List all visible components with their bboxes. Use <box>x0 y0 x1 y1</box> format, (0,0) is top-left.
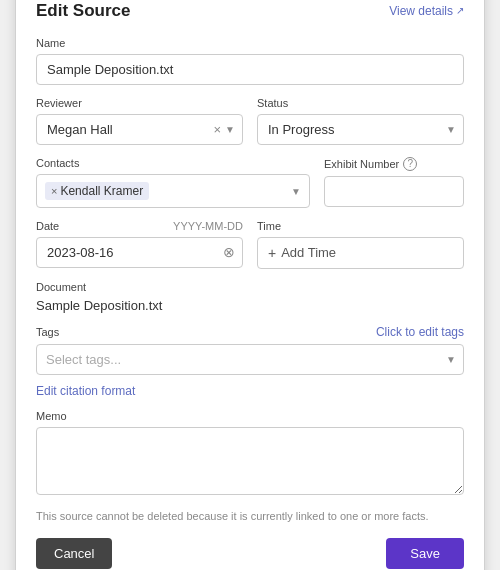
plus-icon: + <box>268 245 276 261</box>
date-label-row: Date YYYY-MM-DD <box>36 220 243 232</box>
tags-header: Tags Click to edit tags <box>36 325 464 339</box>
status-select[interactable]: In Progress <box>257 114 464 145</box>
external-link-icon: ↗ <box>456 5 464 16</box>
memo-textarea[interactable] <box>36 427 464 495</box>
exhibit-label: Exhibit Number <box>324 158 399 170</box>
document-section: Document Sample Deposition.txt <box>36 281 464 313</box>
tags-label: Tags <box>36 326 59 338</box>
tags-select-wrapper: Select tags... ▼ <box>36 344 464 375</box>
reviewer-select-wrapper: Megan Hall × ▼ <box>36 114 243 145</box>
exhibit-label-row: Exhibit Number ? <box>324 157 464 171</box>
footer-buttons: Cancel Save <box>36 538 464 569</box>
status-col: Status In Progress ▼ <box>257 97 464 145</box>
document-label: Document <box>36 281 464 293</box>
contact-chip: × Kendall Kramer <box>45 182 149 200</box>
delete-notice: This source cannot be deleted because it… <box>36 508 464 525</box>
view-details-link[interactable]: View details ↗ <box>389 4 464 18</box>
contacts-label: Contacts <box>36 157 310 169</box>
name-input[interactable] <box>36 54 464 85</box>
document-value: Sample Deposition.txt <box>36 298 162 313</box>
contacts-col: Contacts × Kendall Kramer ▼ <box>36 157 310 208</box>
add-time-button[interactable]: + Add Time <box>257 237 464 269</box>
contacts-exhibit-row: Contacts × Kendall Kramer ▼ Exhibit Numb… <box>36 157 464 208</box>
reviewer-status-row: Reviewer Megan Hall × ▼ Status In Progre… <box>36 97 464 145</box>
reviewer-label: Reviewer <box>36 97 243 109</box>
tags-select[interactable] <box>36 344 464 375</box>
exhibit-number-input[interactable] <box>324 176 464 207</box>
status-select-wrapper: In Progress ▼ <box>257 114 464 145</box>
edit-citation-format-link[interactable]: Edit citation format <box>36 384 135 398</box>
modal-title: Edit Source <box>36 1 130 21</box>
date-clear-icon[interactable]: ⊗ <box>223 244 235 260</box>
status-label: Status <box>257 97 464 109</box>
date-hint: YYYY-MM-DD <box>173 220 243 232</box>
click-to-edit-tags-link[interactable]: Click to edit tags <box>376 325 464 339</box>
exhibit-col: Exhibit Number ? <box>324 157 464 208</box>
date-time-row: Date YYYY-MM-DD ⊗ Time + Add Time <box>36 220 464 269</box>
date-col: Date YYYY-MM-DD ⊗ <box>36 220 243 269</box>
exhibit-help-icon[interactable]: ? <box>403 157 417 171</box>
cancel-button[interactable]: Cancel <box>36 538 112 569</box>
time-label: Time <box>257 220 464 232</box>
contacts-chevron-icon: ▼ <box>291 185 301 196</box>
contact-chip-remove[interactable]: × <box>51 185 57 197</box>
save-button[interactable]: Save <box>386 538 464 569</box>
tags-section: Tags Click to edit tags Select tags... ▼ <box>36 325 464 375</box>
reviewer-col: Reviewer Megan Hall × ▼ <box>36 97 243 145</box>
name-label: Name <box>36 37 464 49</box>
memo-label: Memo <box>36 410 464 422</box>
contacts-multi-select[interactable]: × Kendall Kramer ▼ <box>36 174 310 208</box>
reviewer-clear-icon[interactable]: × <box>213 122 221 137</box>
date-label: Date <box>36 220 59 232</box>
edit-source-modal: Edit Source View details ↗ Name Reviewer… <box>15 0 485 570</box>
date-input[interactable] <box>36 237 243 268</box>
date-input-wrapper: ⊗ <box>36 237 243 268</box>
reviewer-select[interactable]: Megan Hall <box>36 114 243 145</box>
modal-header: Edit Source View details ↗ <box>36 1 464 21</box>
time-col: Time + Add Time <box>257 220 464 269</box>
memo-section: Memo <box>36 410 464 498</box>
name-field-row: Name <box>36 37 464 85</box>
